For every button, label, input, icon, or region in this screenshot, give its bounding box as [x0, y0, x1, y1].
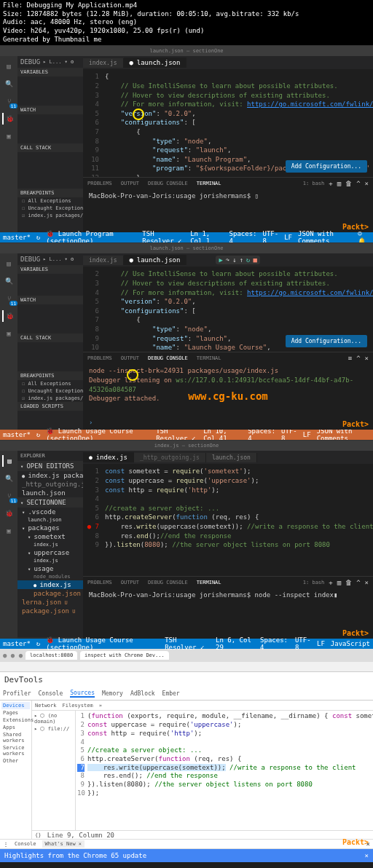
tree-idx1[interactable]: index.js [17, 541, 83, 548]
debug-console-tab[interactable]: DEBUG CONSOLE [148, 181, 188, 186]
terminal-add-icon[interactable]: + [329, 180, 332, 187]
source-editor[interactable]: 1(function (exports, require, module, __… [76, 711, 373, 830]
search-icon[interactable]: 🔍 [3, 473, 15, 484]
terminal-tab[interactable]: TERMINAL [197, 355, 221, 361]
step-into-icon[interactable]: ↓ [232, 256, 236, 264]
filesystem-subtab[interactable]: Filesystem [63, 703, 93, 709]
terminal-trash-icon[interactable]: 🗑 [345, 180, 352, 187]
terminal-close-icon[interactable]: × [365, 180, 369, 187]
loaded-scripts-section[interactable]: LOADED SCRIPTS [17, 402, 83, 411]
open-editors-section[interactable]: ▾ OPEN EDITORS [17, 461, 83, 471]
stop-icon[interactable]: ■ [254, 256, 257, 264]
bp-index[interactable]: index.js packages/... [17, 395, 83, 402]
nav-file[interactable]: ▸ ⬡ file:// [34, 725, 74, 733]
step-out-icon[interactable]: ↑ [240, 256, 243, 264]
debug-icon[interactable]: 🐞 [2, 310, 14, 322]
debug-icon[interactable]: 🐞 [2, 113, 14, 125]
code-editor[interactable]: 1{ 2 // Use IntelliSense to learn about … [83, 69, 373, 177]
terminal-split-icon[interactable]: ▥ [337, 180, 341, 187]
variables-section[interactable]: VARIABLES [17, 265, 83, 274]
tree-idx3[interactable]: ● index.js [17, 580, 83, 589]
other-item[interactable]: Other [1, 757, 30, 765]
output-tab[interactable]: OUTPUT [121, 181, 139, 186]
terminal-tab[interactable]: TERMINAL [197, 181, 221, 186]
breakpoints-section[interactable]: BREAKPOINTS [17, 371, 83, 380]
code-editor[interactable]: 2 // Use IntelliSense to learn about pos… [83, 267, 373, 352]
tab-launch[interactable]: ● launch.json [124, 58, 187, 68]
bp-uncaught[interactable]: Uncaught Exceptions [17, 205, 83, 212]
sources-tab[interactable]: Sources [70, 690, 95, 698]
tab-index[interactable]: index.js [83, 58, 124, 68]
git-branch[interactable]: master* [3, 234, 31, 241]
tree-idx2[interactable]: index.js [17, 557, 83, 564]
tab-index[interactable]: index.js [83, 256, 124, 265]
tree-lerna[interactable]: lerna.json U [17, 598, 83, 607]
tree-sometext[interactable]: ▾ sometext [17, 532, 83, 541]
scm-icon[interactable]: ⑂ [3, 293, 15, 304]
problems-tab[interactable]: PROBLEMS [87, 355, 112, 361]
add-configuration-button[interactable]: Add Configuration... [286, 160, 367, 173]
project-section[interactable]: ▾ SECTIONONE [17, 497, 83, 508]
oe-launch[interactable]: launch.json [17, 489, 83, 497]
files-icon[interactable]: ▤ [2, 455, 14, 467]
nav-nodomain[interactable]: ▸ ⬡ (no domain) [34, 712, 74, 725]
watch-section[interactable]: WATCH [17, 296, 83, 304]
watch-section[interactable]: WATCH [17, 106, 83, 114]
output-tab[interactable]: OUTPUT [121, 355, 139, 361]
debug-console-tab[interactable]: DEBUG CONSOLE [148, 355, 188, 361]
browser-tab-1[interactable]: localhost:8080 [25, 651, 77, 660]
step-over-icon[interactable]: ↷ [226, 256, 229, 264]
service-workers-item[interactable]: Service workers [1, 744, 30, 757]
drawer-console-tab[interactable]: Console [15, 841, 36, 847]
continue-icon[interactable]: ▶ [219, 256, 222, 264]
debug-icon[interactable]: 🐞 [3, 508, 15, 519]
bp-all-exceptions[interactable]: All Exceptions [17, 380, 83, 387]
restart-icon[interactable]: ↻ [246, 256, 250, 264]
browser-tab-2[interactable]: inspect with Chrome Dev... [80, 651, 169, 660]
debug-console[interactable]: www.cg-ku.com node --inspect-brk=24931 p… [83, 363, 373, 430]
code-editor[interactable]: 1const sometext = require('sometext'); 2… [83, 464, 373, 576]
ember-tab[interactable]: Ember [162, 690, 180, 697]
callstack-section[interactable]: CALL STACK [17, 334, 83, 342]
tree-pkg2[interactable]: package.json U [17, 607, 83, 615]
search-icon[interactable]: 🔍 [3, 78, 15, 90]
extensions-icon[interactable]: ▣ [3, 130, 15, 142]
extensions-icon[interactable]: ▣ [3, 525, 15, 537]
variables-section[interactable]: VARIABLES [17, 68, 83, 76]
tree-pkg1[interactable]: package.json U [17, 589, 83, 598]
tree-vscode[interactable]: ▾ .vscode [17, 508, 83, 516]
pages-item[interactable]: Pages [1, 709, 30, 717]
scm-icon[interactable]: ⑂ [3, 95, 15, 107]
devices-item[interactable]: Devices [1, 702, 30, 709]
tab-launch[interactable]: launch.json [206, 453, 257, 462]
files-icon[interactable]: ▤ [3, 258, 15, 269]
breakpoints-section[interactable]: BREAKPOINTS [17, 189, 83, 197]
tab-index[interactable]: ● index.js [83, 452, 134, 462]
tree-usage[interactable]: ▾ usage [17, 564, 83, 573]
banner-close-icon[interactable]: × [365, 852, 369, 859]
clear-icon[interactable]: ≡ [348, 355, 352, 362]
oe-http[interactable]: _http_outgoing.js [17, 480, 83, 489]
network-subtab[interactable]: Network [35, 703, 57, 709]
shell-select[interactable]: 1: bash [303, 181, 325, 186]
panel-max-icon[interactable]: ^ [356, 355, 360, 362]
scm-icon[interactable]: ⑂ [3, 490, 15, 502]
oe-index[interactable]: ● index.js packages/u... [17, 471, 83, 480]
add-configuration-button[interactable]: Add Configuration... [286, 335, 367, 347]
panel-close-icon[interactable]: × [365, 355, 369, 362]
terminal[interactable]: MacBook-Pro-van-Joris:usage jorishermans… [83, 189, 373, 232]
bp-all-exceptions[interactable]: All Exceptions [17, 197, 83, 205]
tree-nm[interactable]: node_modules [17, 573, 83, 580]
callstack-section[interactable]: CALL STACK [17, 143, 83, 152]
tree-launch[interactable]: launch.json [17, 516, 83, 524]
tab-launch[interactable]: ● launch.json [124, 255, 187, 265]
tab-http[interactable]: _http_outgoing.js [134, 453, 206, 462]
adblock-tab[interactable]: AdBlock [130, 690, 155, 697]
extensions-item[interactable]: Extensions [1, 717, 30, 724]
terminal-max-icon[interactable]: ^ [356, 180, 360, 187]
profiler-tab[interactable]: Profiler [3, 690, 31, 697]
terminal[interactable]: MacBook-Pro-van-Joris:usage jorishermans… [83, 588, 373, 639]
files-icon[interactable]: ▤ [3, 60, 15, 72]
console-tab[interactable]: Console [39, 690, 63, 697]
shared-workers-item[interactable]: Shared workers [1, 731, 30, 744]
